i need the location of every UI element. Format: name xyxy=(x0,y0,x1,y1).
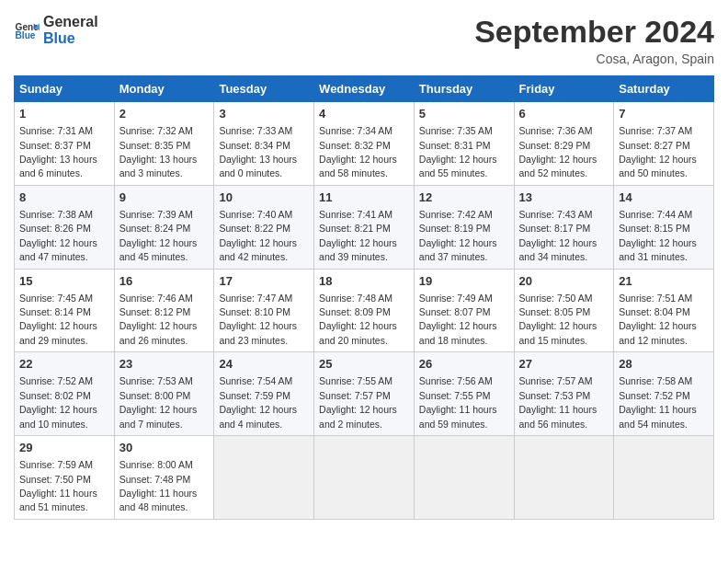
col-monday: Monday xyxy=(114,76,214,102)
table-row xyxy=(214,436,314,520)
table-row: 29Sunrise: 7:59 AMSunset: 7:50 PMDayligh… xyxy=(15,436,115,520)
table-row: 14Sunrise: 7:44 AMSunset: 8:15 PMDayligh… xyxy=(614,185,714,269)
table-row: 13Sunrise: 7:43 AMSunset: 8:17 PMDayligh… xyxy=(514,185,614,269)
logo: General Blue General Blue xyxy=(14,14,98,46)
title-block: September 2024 Cosa, Aragon, Spain xyxy=(474,14,714,66)
calendar-table: Sunday Monday Tuesday Wednesday Thursday… xyxy=(14,75,714,520)
table-row xyxy=(414,436,514,520)
logo-blue: Blue xyxy=(43,30,98,47)
location-subtitle: Cosa, Aragon, Spain xyxy=(474,52,714,66)
table-row: 25Sunrise: 7:55 AMSunset: 7:57 PMDayligh… xyxy=(314,352,415,436)
header-row: Sunday Monday Tuesday Wednesday Thursday… xyxy=(15,76,714,102)
table-row: 6Sunrise: 7:36 AMSunset: 8:29 PMDaylight… xyxy=(514,102,614,186)
logo-general: General xyxy=(43,14,98,30)
col-wednesday: Wednesday xyxy=(314,76,415,102)
table-row: 27Sunrise: 7:57 AMSunset: 7:53 PMDayligh… xyxy=(514,352,614,436)
table-row: 2Sunrise: 7:32 AMSunset: 8:35 PMDaylight… xyxy=(114,102,214,186)
table-row: 12Sunrise: 7:42 AMSunset: 8:19 PMDayligh… xyxy=(414,185,514,269)
table-row: 10Sunrise: 7:40 AMSunset: 8:22 PMDayligh… xyxy=(214,185,314,269)
table-row: 11Sunrise: 7:41 AMSunset: 8:21 PMDayligh… xyxy=(314,185,415,269)
col-friday: Friday xyxy=(514,76,614,102)
table-row xyxy=(314,436,415,520)
table-row: 16Sunrise: 7:46 AMSunset: 8:12 PMDayligh… xyxy=(114,269,214,352)
svg-text:Blue: Blue xyxy=(16,30,36,40)
col-sunday: Sunday xyxy=(15,76,115,102)
col-tuesday: Tuesday xyxy=(214,76,314,102)
col-saturday: Saturday xyxy=(614,76,714,102)
table-row: 1Sunrise: 7:31 AMSunset: 8:37 PMDaylight… xyxy=(15,102,115,186)
col-thursday: Thursday xyxy=(414,76,514,102)
table-row: 18Sunrise: 7:48 AMSunset: 8:09 PMDayligh… xyxy=(314,269,415,352)
month-title: September 2024 xyxy=(474,14,714,50)
table-row: 24Sunrise: 7:54 AMSunset: 7:59 PMDayligh… xyxy=(214,352,314,436)
table-row: 8Sunrise: 7:38 AMSunset: 8:26 PMDaylight… xyxy=(15,185,115,269)
table-row: 22Sunrise: 7:52 AMSunset: 8:02 PMDayligh… xyxy=(15,352,115,436)
table-row: 21Sunrise: 7:51 AMSunset: 8:04 PMDayligh… xyxy=(614,269,714,352)
table-row: 7Sunrise: 7:37 AMSunset: 8:27 PMDaylight… xyxy=(614,102,714,186)
page-header: General Blue General Blue September 2024… xyxy=(14,14,714,66)
table-row: 15Sunrise: 7:45 AMSunset: 8:14 PMDayligh… xyxy=(15,269,115,352)
table-row: 9Sunrise: 7:39 AMSunset: 8:24 PMDaylight… xyxy=(114,185,214,269)
table-row xyxy=(514,436,614,520)
table-row xyxy=(614,436,714,520)
table-row: 23Sunrise: 7:53 AMSunset: 8:00 PMDayligh… xyxy=(114,352,214,436)
table-row: 19Sunrise: 7:49 AMSunset: 8:07 PMDayligh… xyxy=(414,269,514,352)
table-row: 20Sunrise: 7:50 AMSunset: 8:05 PMDayligh… xyxy=(514,269,614,352)
logo-icon: General Blue xyxy=(14,17,40,43)
table-row: 28Sunrise: 7:58 AMSunset: 7:52 PMDayligh… xyxy=(614,352,714,436)
table-row: 30Sunrise: 8:00 AMSunset: 7:48 PMDayligh… xyxy=(114,436,214,520)
table-row: 3Sunrise: 7:33 AMSunset: 8:34 PMDaylight… xyxy=(214,102,314,186)
table-row: 26Sunrise: 7:56 AMSunset: 7:55 PMDayligh… xyxy=(414,352,514,436)
table-row: 4Sunrise: 7:34 AMSunset: 8:32 PMDaylight… xyxy=(314,102,415,186)
table-row: 5Sunrise: 7:35 AMSunset: 8:31 PMDaylight… xyxy=(414,102,514,186)
table-row: 17Sunrise: 7:47 AMSunset: 8:10 PMDayligh… xyxy=(214,269,314,352)
